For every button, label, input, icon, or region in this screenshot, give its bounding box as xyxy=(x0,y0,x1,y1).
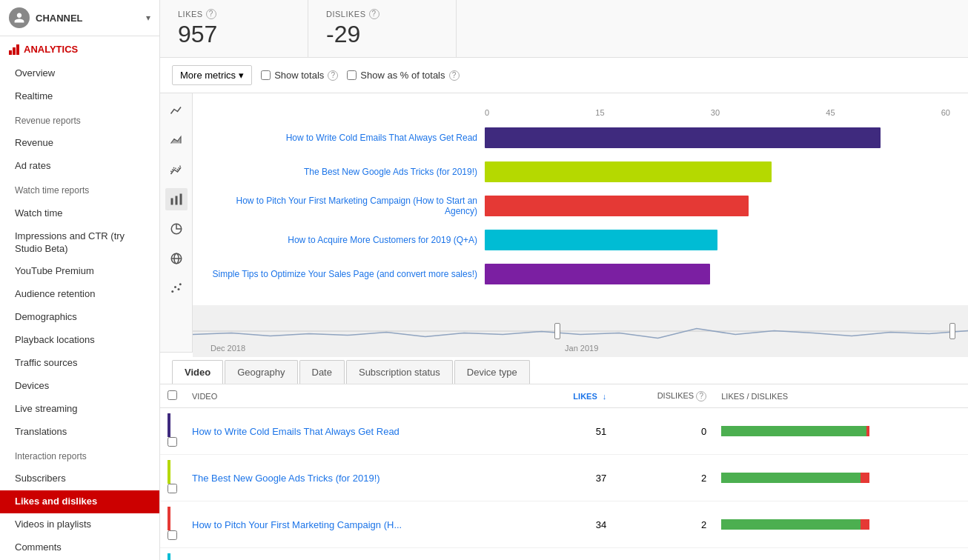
sidebar-item-demographics[interactable]: Demographics xyxy=(0,306,159,329)
tab-video[interactable]: Video xyxy=(172,360,223,384)
dislikes-header[interactable]: Dislikes ? xyxy=(614,384,714,408)
tab-date[interactable]: Date xyxy=(299,360,345,384)
chart-type-icons xyxy=(160,93,193,352)
chart-bar-label[interactable]: The Best New Google Ads Tricks (for 2019… xyxy=(210,167,477,177)
sidebar-item-subscribers[interactable]: Subscribers xyxy=(0,467,159,490)
chart-bar-row: The Best New Google Ads Tricks (for 2019… xyxy=(210,161,950,182)
video-link[interactable]: The Best New Google Ads Tricks (for 2019… xyxy=(192,473,380,484)
scatter-icon[interactable] xyxy=(165,277,188,299)
show-totals-help-icon[interactable]: ? xyxy=(328,70,338,81)
chart-bar-label[interactable]: How to Write Cold Emails That Always Get… xyxy=(210,133,477,143)
likes-metric: LIKES ? 957 xyxy=(160,0,308,57)
sidebar-item-watch-time-reports: Watch time reports xyxy=(0,178,159,202)
row-checkbox[interactable] xyxy=(168,484,177,493)
svg-rect-2 xyxy=(179,194,182,205)
sidebar-item-yt-premium[interactable]: YouTube Premium xyxy=(0,260,159,283)
chart-bar-fill xyxy=(485,127,881,148)
sidebar-item-realtime[interactable]: Realtime xyxy=(0,85,159,108)
likes-cell: 37 xyxy=(539,455,614,501)
sidebar-item-devices[interactable]: Devices xyxy=(0,375,159,398)
sidebar-item-watch-time[interactable]: Watch time xyxy=(0,202,159,225)
select-all-checkbox[interactable] xyxy=(168,390,177,400)
ratio-bar xyxy=(721,519,869,530)
sidebar-item-traffic-sources[interactable]: Traffic sources xyxy=(0,352,159,375)
sidebar-item-impressions[interactable]: Impressions and CTR (try Studio Beta) xyxy=(0,225,159,261)
table-row: The Best New Google Ads Tricks (for 2019… xyxy=(160,455,968,501)
svg-point-8 xyxy=(174,286,176,288)
video-header[interactable]: Video xyxy=(185,384,539,408)
ratio-red xyxy=(861,473,869,483)
sidebar-item-live-streaming[interactable]: Live streaming xyxy=(0,398,159,421)
dislikes-label: DISLIKES ? xyxy=(326,9,438,19)
sidebar-item-revenue[interactable]: Revenue xyxy=(0,132,159,155)
channel-header[interactable]: CHANNEL ▾ xyxy=(0,0,159,36)
sidebar-item-comments[interactable]: Comments xyxy=(0,536,159,559)
tab-geography[interactable]: Geography xyxy=(225,360,297,384)
ratio-bar xyxy=(721,426,869,436)
main-content: LIKES ? 957 DISLIKES ? -29 More metrics … xyxy=(160,0,968,560)
tab-subscription-status[interactable]: Subscription status xyxy=(346,360,453,384)
chart-bar-track xyxy=(485,264,950,284)
tab-bar: VideoGeographyDateSubscription statusDev… xyxy=(160,353,968,384)
chart-content: 015304560 How to Write Cold Emails That … xyxy=(193,93,968,352)
row-checkbox[interactable] xyxy=(168,437,177,447)
ratio-green xyxy=(721,519,861,530)
tab-device-type[interactable]: Device type xyxy=(454,360,530,384)
dislikes-help-icon[interactable]: ? xyxy=(369,9,379,19)
table-row: How to Pitch Your First Marketing Campai… xyxy=(160,501,968,548)
chart-bar-fill xyxy=(485,196,749,216)
sidebar-item-overview[interactable]: Overview xyxy=(0,62,159,85)
chart-bar-row: Simple Tips to Optimize Your Sales Page … xyxy=(210,264,950,284)
row-checkbox-cell xyxy=(160,408,185,455)
sidebar-item-translations[interactable]: Translations xyxy=(0,421,159,444)
likes-value: 957 xyxy=(178,21,290,48)
likes-header[interactable]: Likes ↓ xyxy=(539,384,614,408)
video-link[interactable]: How to Write Cold Emails That Always Get… xyxy=(192,426,400,437)
show-pct-help-icon[interactable]: ? xyxy=(449,70,460,81)
timeline-handle-left[interactable] xyxy=(554,323,560,339)
sidebar-item-audience-retention[interactable]: Audience retention xyxy=(0,283,159,306)
pie-chart-icon[interactable] xyxy=(165,218,188,240)
bar-chart-icon[interactable] xyxy=(165,188,188,210)
chart-bar-label[interactable]: How to Pitch Your First Marketing Campai… xyxy=(210,196,477,216)
show-totals-label[interactable]: Show totals ? xyxy=(261,70,338,81)
show-pct-checkbox[interactable] xyxy=(347,70,357,80)
globe-icon[interactable] xyxy=(165,247,188,270)
chart-bar-track xyxy=(485,161,950,182)
chart-bar-label[interactable]: Simple Tips to Optimize Your Sales Page … xyxy=(210,269,477,279)
line-chart-icon[interactable] xyxy=(165,99,188,121)
ratio-header[interactable]: Likes / Dislikes xyxy=(714,384,968,408)
show-totals-checkbox[interactable] xyxy=(261,70,271,80)
sidebar-item-ad-rates[interactable]: Ad rates xyxy=(0,155,159,178)
sidebar-item-playback-locations[interactable]: Playback locations xyxy=(0,329,159,352)
color-indicator xyxy=(168,553,170,560)
likes-cell: 34 xyxy=(539,501,614,548)
video-title-cell: How to Acquire More Customers for 2019 (… xyxy=(185,548,539,561)
stacked-area-icon[interactable] xyxy=(165,159,188,181)
table-header-row: Video Likes ↓ Dislikes ? Likes / Dislike… xyxy=(160,384,968,408)
ratio-cell xyxy=(714,455,968,501)
timeline[interactable]: Dec 2018 Jan 2019 xyxy=(193,305,968,357)
dropdown-arrow-icon: ▾ xyxy=(239,70,244,81)
video-title-cell: How to Write Cold Emails That Always Get… xyxy=(185,408,539,455)
ratio-red xyxy=(866,426,869,436)
sort-arrow-icon: ↓ xyxy=(603,392,607,401)
axis-label: 0 xyxy=(485,108,489,117)
likes-help-icon[interactable]: ? xyxy=(206,9,216,19)
row-checkbox[interactable] xyxy=(168,530,177,540)
more-metrics-button[interactable]: More metrics ▾ xyxy=(172,65,252,85)
video-title-cell: How to Pitch Your First Marketing Campai… xyxy=(185,501,539,548)
sidebar-item-likes-dislikes[interactable]: Likes and dislikes xyxy=(0,490,159,513)
axis-label: 45 xyxy=(826,108,835,117)
likes-label: LIKES ? xyxy=(178,9,290,19)
chart-bar-fill xyxy=(485,264,710,284)
timeline-handle-right[interactable] xyxy=(949,323,955,339)
area-chart-icon[interactable] xyxy=(165,129,188,151)
ratio-cell xyxy=(714,408,968,455)
sidebar-item-videos-in-playlists[interactable]: Videos in playlists xyxy=(0,513,159,536)
show-pct-label[interactable]: Show as % of totals ? xyxy=(347,70,459,81)
chart-bar-label[interactable]: How to Acquire More Customers for 2019 (… xyxy=(210,235,477,245)
dislikes-col-help-icon[interactable]: ? xyxy=(696,391,706,401)
video-link[interactable]: How to Pitch Your First Marketing Campai… xyxy=(192,519,402,530)
likes-cell: 51 xyxy=(539,408,614,455)
